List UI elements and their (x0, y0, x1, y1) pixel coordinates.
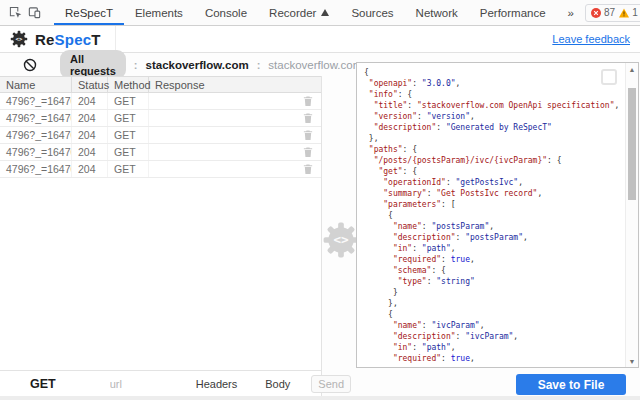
request-status: 204 (72, 144, 108, 160)
code-line: "description": "ivcParam", (364, 331, 625, 342)
tab-label: Sources (351, 7, 393, 19)
code-line: { (364, 210, 625, 221)
code-line: "required": true, (364, 353, 625, 364)
body-toggle[interactable]: Body (265, 378, 290, 390)
method-dropdown[interactable]: GET (30, 377, 56, 391)
tab-sources[interactable]: Sources (340, 0, 404, 25)
delete-request-button[interactable] (303, 96, 313, 107)
request-response (149, 127, 321, 143)
request-response (149, 93, 321, 109)
tab-respect[interactable]: ReSpecT (54, 0, 124, 25)
code-line: "/posts/{postsParam}/ivc/{ivcParam}": { (364, 155, 625, 166)
request-response (149, 161, 321, 177)
host-filter-secondary[interactable]: stackoverflow.com (268, 59, 362, 71)
all-requests-filter-button[interactable]: All requests (60, 50, 126, 79)
request-status: 204 (72, 127, 108, 143)
scrollbar-up-arrow[interactable]: ▲ (626, 63, 638, 75)
code-line: "get": { (364, 166, 625, 177)
request-status: 204 (72, 161, 108, 177)
svg-text:<>: <> (333, 232, 349, 247)
tab-elements[interactable]: Elements (124, 0, 194, 25)
tabbar-right-cluster: 87 1 1 ⋮ (585, 3, 640, 23)
copy-icon-button[interactable] (601, 69, 617, 85)
code-line: "in": "path", (364, 342, 625, 353)
more-tabs-button[interactable]: » (557, 0, 585, 25)
scrollbar-thumb[interactable] (628, 88, 636, 200)
code-line: "name": "ivcParam", (364, 320, 625, 331)
request-name: 4796?_=16470... (0, 161, 72, 177)
openapi-spec-code: { "openapi": "3.0.0", "info": { "title":… (357, 63, 625, 367)
tab-label: Elements (135, 7, 183, 19)
requests-table: Name Status Method Response 4796?_=16470… (0, 76, 322, 370)
table-row[interactable]: 4796?_=16470...204GET (0, 161, 321, 178)
column-header-name[interactable]: Name (0, 77, 72, 92)
code-line: "parameters": [ (364, 199, 625, 210)
request-name: 4796?_=16470... (0, 127, 72, 143)
request-method: GET (108, 144, 149, 160)
code-line: "title": "stackoverflow.com OpenApi spec… (364, 100, 625, 111)
device-toolbar-icon[interactable] (27, 3, 42, 23)
tab-label: ReSpecT (65, 7, 113, 19)
tab-recorder[interactable]: Recorder (258, 0, 340, 25)
respect-gear-logo-icon: <> (10, 30, 28, 48)
openapi-spec-editor[interactable]: { "openapi": "3.0.0", "info": { "title":… (356, 62, 639, 368)
request-method: GET (108, 110, 149, 126)
request-status: 204 (72, 93, 108, 109)
request-method: GET (108, 127, 149, 143)
devtools-tabbar: ReSpecTElementsConsoleRecorderSourcesNet… (0, 0, 640, 26)
table-row[interactable]: 4796?_=16470...204GET (0, 127, 321, 144)
request-name: 4796?_=16470... (0, 110, 72, 126)
code-line: "openapi": "3.0.0", (364, 78, 625, 89)
code-line: }, (364, 133, 625, 144)
url-input[interactable] (108, 377, 170, 391)
error-icon (591, 8, 601, 18)
host-filter-primary[interactable]: stackoverflow.com (146, 59, 249, 71)
error-badge: 87 (591, 7, 615, 18)
page-title: ReSpecT (35, 31, 101, 48)
code-line: "name": "postsParam", (364, 221, 625, 232)
scrollbar-down-arrow[interactable]: ▼ (626, 355, 638, 367)
inspect-element-icon[interactable] (8, 3, 23, 23)
trash-icon (303, 113, 313, 124)
code-line: "schema": { (364, 265, 625, 276)
trash-icon (303, 130, 313, 141)
request-name: 4796?_=16470... (0, 93, 72, 109)
capture-toolbar: All requests : stackoverflow.com : stack… (0, 53, 356, 76)
request-status: 204 (72, 110, 108, 126)
request-name: 4796?_=16470... (0, 144, 72, 160)
delete-request-button[interactable] (303, 164, 313, 175)
table-row[interactable]: 4796?_=16470...204GET (0, 110, 321, 127)
code-line: "info": { (364, 89, 625, 100)
table-row[interactable]: 4796?_=16470...204GET (0, 93, 321, 110)
recorder-warning-icon (321, 9, 329, 16)
leave-feedback-link[interactable]: Leave feedback (552, 33, 630, 45)
column-header-method[interactable]: Method (108, 77, 149, 92)
headers-toggle[interactable]: Headers (196, 378, 238, 390)
column-header-response[interactable]: Response (149, 77, 321, 92)
trash-icon (303, 147, 313, 158)
tab-performance[interactable]: Performance (469, 0, 557, 25)
respect-watermark-gear-icon: <> (322, 221, 360, 259)
delete-request-button[interactable] (303, 113, 313, 124)
delete-request-button[interactable] (303, 147, 313, 158)
code-line: "description": "postsParam", (364, 232, 625, 243)
table-row[interactable]: 4796?_=16470...204GET (0, 144, 321, 161)
send-button[interactable]: Send (311, 375, 351, 393)
devtools-tabs: ReSpecTElementsConsoleRecorderSourcesNet… (54, 0, 585, 25)
tab-label: Performance (480, 7, 546, 19)
code-line: }, (364, 298, 625, 309)
delete-request-button[interactable] (303, 130, 313, 141)
tab-network[interactable]: Network (405, 0, 469, 25)
clear-requests-icon[interactable] (23, 58, 37, 72)
editor-scrollbar[interactable]: ▲ ▼ (625, 63, 638, 367)
filter-separator: : (134, 59, 138, 71)
console-issues-group[interactable]: 87 1 (585, 4, 640, 22)
column-header-status[interactable]: Status (72, 77, 108, 92)
code-line: "type": "string" (364, 276, 625, 287)
request-response (149, 110, 321, 126)
tab-console[interactable]: Console (194, 0, 258, 25)
code-line: { (364, 67, 625, 78)
tab-label: » (568, 7, 574, 19)
save-to-file-button[interactable]: Save to File (516, 374, 626, 395)
manual-request-bar: GET Headers Body Send (0, 370, 322, 396)
